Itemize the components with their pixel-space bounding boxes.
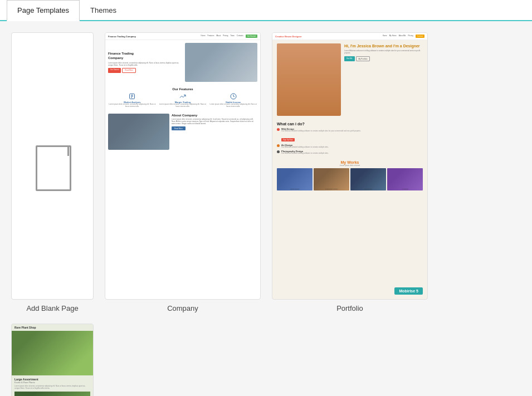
pp-work-4: Art Design <box>387 168 423 190</box>
cp-nav-links: Home Features About Pricing Team Contact… <box>201 35 257 38</box>
cp-nav-bar: Finance Trading Company Home Features Ab… <box>105 33 260 40</box>
blank-page-icon <box>33 143 72 190</box>
tab-page-templates[interactable]: Page Templates <box>7 0 80 21</box>
pp-skill-dot-3 <box>277 150 280 153</box>
pp-works-subtitle: Lorem Ipsum dolor sit amet <box>277 164 423 167</box>
pp-work-2: Photography Design <box>314 168 349 190</box>
mobirise-badge: Mobirise 5 <box>394 287 423 295</box>
template-card-company[interactable]: Finance Trading Company Home Features Ab… <box>105 32 261 312</box>
stable-income-icon <box>230 93 237 100</box>
pp-works: My Works Lorem Ipsum dolor sit amet Mobi… <box>272 158 427 193</box>
rp-brand: Rare Plant Shop <box>12 324 93 331</box>
pp-hero-buttons: Hire Me My Portfolio <box>344 56 423 61</box>
cp-features: Our Features Market Analysis Lorem ipsum… <box>105 85 260 111</box>
pp-brand: Creative Brown Designer <box>275 35 302 38</box>
pp-hero-image <box>277 43 341 116</box>
cp-feature-1: Market Analysis Lorem ipsum dolor sit am… <box>108 93 157 108</box>
pp-nav-links: Home My Home About Me Pricing Contact <box>383 35 424 38</box>
cp-hero-image <box>185 43 257 82</box>
blank-label: Add Blank Page <box>26 304 78 312</box>
pp-skill-3: Photography Design Use Mobirise website … <box>277 150 423 155</box>
margin-trading-icon <box>179 93 186 100</box>
cp-about-image <box>108 114 169 150</box>
pp-skill-1: Web Design Use Mobirise website building… <box>277 128 423 143</box>
rp-content: Large Assortment Exotic & Rare Plants Lo… <box>12 375 93 396</box>
cp-hero: Finance TradingCompany Lorem ipsum dolor… <box>105 40 260 85</box>
pp-hero: Hi, I'm Jessica Brown and I'm a Designer… <box>272 40 427 119</box>
cp-brand: Finance Trading Company <box>108 35 136 38</box>
pp-nav-bar: Creative Brown Designer Home My Home Abo… <box>272 33 427 40</box>
pp-hero-text: Hi, I'm Jessica Brown and I'm a Designer… <box>344 43 423 116</box>
rp-second-image <box>14 392 90 396</box>
cp-features-grid: Market Analysis Lorem ipsum dolor sit am… <box>108 93 257 108</box>
cp-hero-text: Finance TradingCompany Lorem ipsum dolor… <box>108 52 183 73</box>
cp-feature-2: Margin Trading Lorem ipsum dolor sit ame… <box>159 93 207 108</box>
template-card-rare-plant[interactable]: Rare Plant Shop Large Assortment Exotic … <box>11 324 94 396</box>
pp-whatcando: What can i do? Web Design Use Mobirise w… <box>272 119 427 158</box>
cp-feature-3: Stable Income Lorem ipsum dolor sit amet… <box>209 93 257 108</box>
pp-work-1: Mobile Design <box>277 168 313 190</box>
company-label: Company <box>167 304 198 312</box>
pp-works-title: My Works <box>277 160 423 164</box>
rp-hero-image <box>12 331 93 375</box>
pp-skill-dot-2 <box>277 144 280 147</box>
portfolio-label: Portfolio <box>336 304 363 312</box>
cp-about: About Company Lorem ipsum dolor sit amet… <box>105 111 260 153</box>
template-grid: Add Blank Page Finance Trading Company H… <box>0 21 532 396</box>
cp-about-text: About Company Lorem ipsum dolor sit amet… <box>172 114 257 131</box>
pp-skills: Web Design Use Mobirise website building… <box>277 128 423 155</box>
rare-preview: Rare Plant Shop Large Assortment Exotic … <box>11 324 94 396</box>
tab-bar: Page Templates Themes <box>0 0 532 21</box>
pp-skill-text-1: Web Design Use Mobirise website building… <box>281 128 361 143</box>
blank-preview <box>11 32 94 300</box>
pp-skill-text-2: Art Design Use Mobirise website building… <box>281 144 329 149</box>
template-card-portfolio[interactable]: Creative Brown Designer Home My Home Abo… <box>272 32 428 312</box>
template-card-blank[interactable]: Add Blank Page <box>11 32 94 312</box>
portfolio-preview: Creative Brown Designer Home My Home Abo… <box>272 32 428 300</box>
pp-work-3: Web Design <box>350 168 386 190</box>
pp-skill-dot-1 <box>277 128 280 131</box>
pp-skill-2: Art Design Use Mobirise website building… <box>277 144 423 149</box>
cp-hero-buttons: Get Started Read More <box>108 68 183 73</box>
market-analysis-icon <box>129 93 135 100</box>
tab-themes[interactable]: Themes <box>80 0 127 21</box>
pp-skill-text-3: Photography Design Use Mobirise website … <box>281 150 329 155</box>
pp-works-grid: Mobile Design Photography Design Web Des… <box>277 168 423 190</box>
company-preview: Finance Trading Company Home Features Ab… <box>105 32 261 300</box>
